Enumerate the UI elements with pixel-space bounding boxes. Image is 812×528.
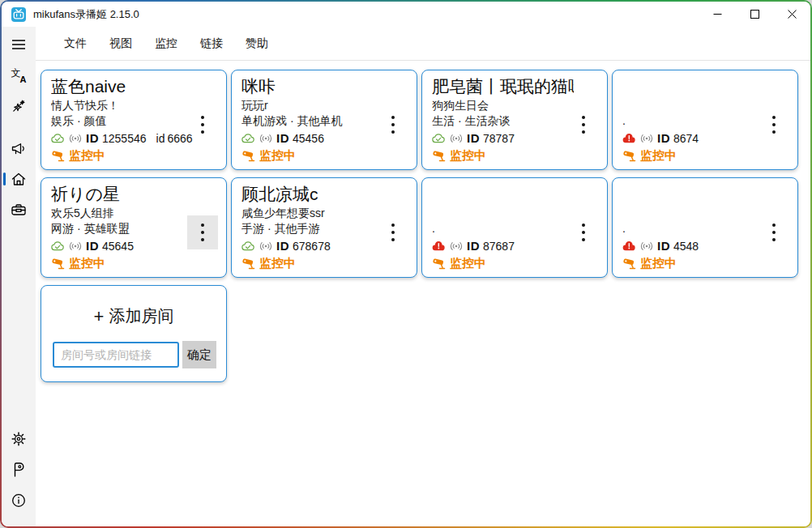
room-name [432, 182, 574, 206]
room-menu-button[interactable] [759, 108, 789, 142]
monitor-status-toggle[interactable]: 监控中 [241, 256, 296, 271]
cctv-camera-icon [51, 150, 65, 162]
room-area: . [622, 113, 760, 129]
menu-view[interactable]: 视图 [108, 33, 134, 54]
kebab-dot [391, 231, 395, 234]
kebab-dot [582, 231, 585, 234]
close-button[interactable] [773, 2, 810, 27]
room-menu-button[interactable] [187, 215, 218, 249]
monitor-status-toggle[interactable]: 监控中 [622, 256, 677, 271]
room-area: 手游 · 其他手游 [241, 221, 379, 236]
room-name [622, 182, 764, 206]
kebab-dot [201, 238, 204, 241]
room-menu-button[interactable] [568, 215, 599, 249]
home-icon [11, 172, 26, 186]
monitor-status-toggle[interactable]: 监控中 [622, 148, 677, 164]
sidebar-item-language[interactable]: 文A [6, 62, 32, 88]
menu-monitor[interactable]: 监控 [153, 33, 179, 54]
feedback-flag-icon [12, 462, 25, 477]
menu-sponsor[interactable]: 赞助 [244, 33, 270, 54]
room-menu-button[interactable] [759, 215, 789, 249]
monitor-status-toggle[interactable]: 监控中 [241, 148, 296, 164]
bilibili-tv-icon [11, 7, 26, 22]
add-room-title: + 添加房间 [41, 305, 226, 327]
room-card[interactable]: 顾北凉城c 咸鱼少年想要ssr 手游 · 其他手游 ID 678678 [231, 177, 417, 278]
room-card[interactable]: 蓝色naive 情人节快乐！ 娱乐 · 颜值 ID 1255546 id 6 [41, 70, 227, 170]
room-id-label: ID [657, 239, 670, 253]
cloud-ok-icon [51, 241, 65, 251]
kebab-dot [391, 238, 395, 241]
live-signal-icon [259, 134, 273, 143]
confirm-button[interactable]: 确定 [182, 341, 216, 368]
sidebar-item-home[interactable] [6, 166, 32, 192]
cctv-camera-icon [622, 150, 636, 162]
room-name: 肥皂菌丨珉珉的猫咪丨 [432, 75, 574, 98]
room-id-value: 4548 [673, 240, 699, 253]
room-id-label: ID [467, 239, 480, 253]
monitor-status-toggle[interactable]: 监控中 [432, 256, 486, 271]
room-stream-title: 狗狗生日会 [432, 98, 570, 113]
monitor-status-label: 监控中 [69, 148, 105, 164]
kebab-dot [201, 123, 204, 126]
sidebar-item-announcement[interactable] [6, 135, 32, 161]
cloud-error-icon [432, 241, 446, 251]
room-area: . [622, 221, 760, 236]
add-room-label: 添加房间 [109, 305, 173, 327]
room-id-label: ID [276, 239, 289, 253]
room-area: 单机游戏 · 其他单机 [241, 113, 379, 129]
monitor-status-toggle[interactable]: 监控中 [51, 148, 105, 164]
monitor-status-label: 监控中 [259, 148, 296, 164]
room-id-value: 45645 [102, 240, 134, 253]
sidebar-item-about[interactable] [6, 488, 32, 513]
window-controls [699, 2, 810, 27]
room-menu-button[interactable] [568, 108, 599, 142]
cctv-camera-icon [241, 258, 255, 270]
live-signal-icon [449, 134, 464, 143]
room-card[interactable]: 肥皂菌丨珉珉的猫咪丨 狗狗生日会 生活 · 生活杂谈 ID 78787 [421, 70, 608, 170]
cctv-camera-icon [51, 258, 65, 270]
info-icon [11, 493, 26, 508]
room-card[interactable]: 祈りの星 欢乐5人组排 网游 · 英雄联盟 ID 45645 [41, 177, 227, 278]
room-menu-button[interactable] [378, 108, 408, 142]
monitor-status-label: 监控中 [640, 256, 677, 271]
room-id-input[interactable] [53, 342, 179, 368]
menubar: 文件 视图 监控 链接 赞助 [36, 27, 810, 61]
room-card[interactable]: 咪咔 玩玩r 单机游戏 · 其他单机 ID 45456 [231, 70, 417, 170]
cloud-error-icon [622, 133, 636, 143]
gear-icon [11, 432, 26, 446]
kebab-dot [772, 224, 776, 227]
hamburger-menu-button[interactable] [6, 32, 32, 57]
room-card[interactable]: . ID 8674 [612, 70, 798, 170]
minimize-button[interactable] [699, 2, 736, 27]
translate-icon: 文A [11, 68, 27, 83]
sidebar-item-toast-off[interactable] [6, 93, 32, 119]
room-id-label: ID [86, 131, 99, 145]
monitor-status-toggle[interactable]: 监控中 [51, 256, 105, 271]
sidebar-item-toolbox[interactable] [6, 197, 32, 223]
room-card[interactable]: . ID 4548 [612, 177, 798, 278]
kebab-dot [582, 130, 585, 134]
menu-file[interactable]: 文件 [62, 33, 88, 54]
live-signal-icon [68, 134, 83, 143]
kebab-dot [391, 116, 395, 119]
monitor-status-label: 监控中 [640, 148, 677, 164]
menu-link[interactable]: 链接 [199, 33, 224, 54]
room-card[interactable]: . ID 87687 [421, 177, 608, 278]
live-signal-icon [639, 134, 654, 143]
wand-off-icon [11, 99, 26, 113]
monitor-status-label: 监控中 [259, 256, 296, 271]
room-name [622, 75, 764, 98]
monitor-status-toggle[interactable]: 监控中 [432, 148, 486, 164]
monitor-status-label: 监控中 [450, 256, 486, 271]
monitor-status-label: 监控中 [450, 148, 486, 164]
minimize-icon [713, 10, 722, 19]
sidebar-item-feedback[interactable] [6, 457, 32, 483]
room-card-grid: 蓝色naive 情人节快乐！ 娱乐 · 颜值 ID 1255546 id 6 [41, 70, 806, 382]
room-menu-button[interactable] [378, 215, 408, 249]
kebab-dot [391, 130, 395, 134]
kebab-dot [201, 224, 204, 227]
sidebar-item-settings[interactable] [6, 426, 32, 452]
room-menu-button[interactable] [187, 108, 218, 142]
room-id-value: 78787 [483, 132, 515, 145]
maximize-button[interactable] [736, 2, 773, 27]
